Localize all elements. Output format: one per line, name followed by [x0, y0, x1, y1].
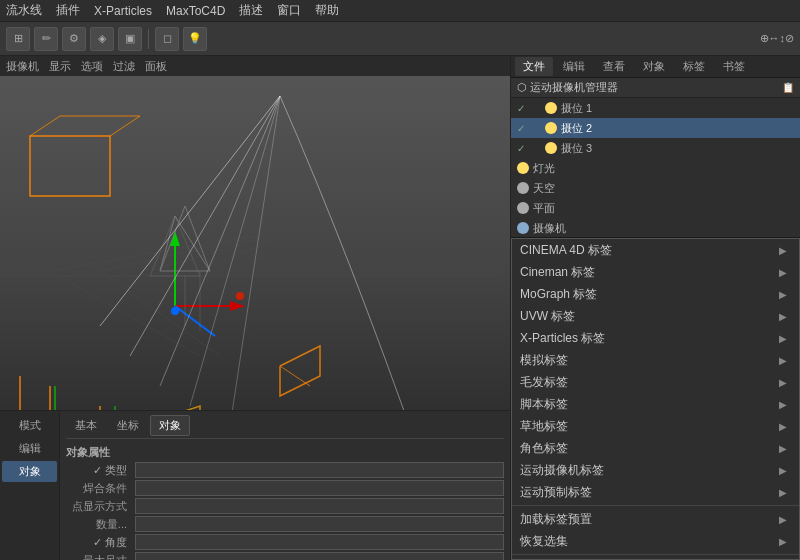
prop-row-pointdisplay: 点显示方式	[66, 497, 504, 515]
vp-display[interactable]: 显示	[49, 59, 71, 74]
prop-weld-label: 焊合条件	[66, 481, 131, 496]
obj-item-4[interactable]: 天空	[511, 178, 800, 198]
tab-tag[interactable]: 标签	[675, 57, 713, 76]
prop-row-maxsize: 最大尺寸	[66, 551, 504, 560]
vp-camera[interactable]: 摄像机	[6, 59, 39, 74]
obj-item-3[interactable]: 灯光	[511, 158, 800, 178]
prop-angle-value[interactable]	[135, 534, 504, 550]
prop-row-weld: 焊合条件	[66, 479, 504, 497]
vp-panel[interactable]: 面板	[145, 59, 167, 74]
toolbar-separator-1	[148, 29, 149, 49]
menu-load-tag-preset[interactable]: 加载标签预置 ▶	[512, 508, 799, 530]
attr-tab-coord[interactable]: 坐标	[108, 415, 148, 436]
menu-item-describe[interactable]: 描述	[239, 2, 263, 19]
svg-point-19	[171, 307, 179, 315]
obj-manager-title: ⬡ 运动摄像机管理器	[517, 80, 618, 95]
menu-sim-tags[interactable]: 模拟标签 ▶	[512, 349, 799, 371]
tab-file[interactable]: 文件	[515, 57, 553, 76]
tab-object[interactable]: 对象	[635, 57, 673, 76]
menu-xparticles-tags[interactable]: X-Particles 标签 ▶	[512, 327, 799, 349]
tab-edit[interactable]: 编辑	[555, 57, 593, 76]
prop-type-label: ✓ 类型	[66, 463, 131, 478]
tab-bookmark[interactable]: 书签	[715, 57, 753, 76]
menu-uvw-tags[interactable]: UVW 标签 ▶	[512, 305, 799, 327]
context-menu-area: CINEMA 4D 标签 ▶ Cineman 标签 ▶ MoGraph 标签 ▶…	[511, 238, 800, 560]
tool-move[interactable]: ⊞	[6, 27, 30, 51]
obj-icon-plane	[517, 202, 529, 214]
prop-header-label: 对象属性	[66, 445, 110, 460]
prop-weld-value[interactable]	[135, 480, 504, 496]
tool-light[interactable]: 💡	[183, 27, 207, 51]
menu-item-xparticles[interactable]: X-Particles	[94, 4, 152, 18]
prop-maxsize-value[interactable]	[135, 552, 504, 560]
tool-select[interactable]: ◈	[90, 27, 114, 51]
menu-sep-2	[512, 554, 799, 555]
prop-count-label: 数量...	[66, 517, 131, 532]
top-menubar: 流水线 插件 X-Particles MaxToC4D 描述 窗口 帮助	[0, 0, 800, 22]
menu-item-plugins[interactable]: 插件	[56, 2, 80, 19]
attr-tabs: 基本 坐标 对象	[66, 415, 504, 439]
prop-row-count: 数量...	[66, 515, 504, 533]
bottom-tab-edit[interactable]: 编辑	[2, 438, 57, 459]
menu-item-pipeline[interactable]: 流水线	[6, 2, 42, 19]
prop-angle-label: ✓ 角度	[66, 535, 131, 550]
menu-grass-tags[interactable]: 草地标签 ▶	[512, 415, 799, 437]
bottom-tab-mode[interactable]: 模式	[2, 415, 57, 436]
menu-hair-tags[interactable]: 毛发标签 ▶	[512, 371, 799, 393]
prop-row-type: ✓ 类型	[66, 461, 504, 479]
bottom-panel: 模式 编辑 对象 基本 坐标 对象 对象属性 ✓ 类型 焊合条件 点显示方式 数…	[0, 410, 510, 560]
menu-item-help[interactable]: 帮助	[315, 2, 339, 19]
obj-item-2[interactable]: ✓ 摄位 3	[511, 138, 800, 158]
prop-row-angle: ✓ 角度	[66, 533, 504, 551]
tool-scale[interactable]: ⚙	[62, 27, 86, 51]
menu-cinema4d-tags[interactable]: CINEMA 4D 标签 ▶	[512, 239, 799, 261]
tool-render[interactable]: ▣	[118, 27, 142, 51]
menu-mograph-tags[interactable]: MoGraph 标签 ▶	[512, 283, 799, 305]
svg-point-20	[236, 292, 244, 300]
obj-icon-sky	[517, 182, 529, 194]
object-manager-header: ⬡ 运动摄像机管理器 📋	[511, 78, 800, 98]
obj-item-0[interactable]: ✓ 摄位 1	[511, 98, 800, 118]
bottom-main-content: 基本 坐标 对象 对象属性 ✓ 类型 焊合条件 点显示方式 数量... ✓ 角度	[60, 411, 510, 560]
bottom-left-tabs: 模式 编辑 对象	[0, 411, 60, 560]
bottom-tab-object[interactable]: 对象	[2, 461, 57, 482]
obj-icon-cam	[517, 222, 529, 234]
prop-count-value[interactable]	[135, 516, 504, 532]
object-manager: ⬡ 运动摄像机管理器 📋 ✓ 摄位 1 ✓ 摄位 2 ✓ 摄位 3	[511, 78, 800, 238]
menu-cineman-tags[interactable]: Cineman 标签 ▶	[512, 261, 799, 283]
prop-type-value[interactable]	[135, 462, 504, 478]
obj-item-5[interactable]: 平面	[511, 198, 800, 218]
right-panel: 文件 编辑 查看 对象 标签 书签 ⬡ 运动摄像机管理器 📋 ✓ 摄位 1 ✓	[510, 56, 800, 560]
menu-char-tags[interactable]: 角色标签 ▶	[512, 437, 799, 459]
context-menu: CINEMA 4D 标签 ▶ Cineman 标签 ▶ MoGraph 标签 ▶…	[511, 238, 800, 560]
menu-item-maxtoc4d[interactable]: MaxToC4D	[166, 4, 225, 18]
prop-maxsize-label: 最大尺寸	[66, 553, 131, 561]
right-panel-tabs: 文件 编辑 查看 对象 标签 书签	[511, 56, 800, 78]
attr-tab-basic[interactable]: 基本	[66, 415, 106, 436]
menu-script-tags[interactable]: 脚本标签 ▶	[512, 393, 799, 415]
obj-manager-icon: 📋	[782, 82, 794, 93]
menu-item-window[interactable]: 窗口	[277, 2, 301, 19]
vp-filter[interactable]: 过滤	[113, 59, 135, 74]
viewport-nav-icons: ⊕↔↕⊘	[760, 32, 795, 45]
obj-item-1[interactable]: ✓ 摄位 2	[511, 118, 800, 138]
tool-object[interactable]: ◻	[155, 27, 179, 51]
menu-motion-cam-tags[interactable]: 运动摄像机标签 ▶	[512, 459, 799, 481]
prop-point-value[interactable]	[135, 498, 504, 514]
toolbar: ⊞ ✏ ⚙ ◈ ▣ ◻ 💡 ⊕↔↕⊘	[0, 22, 800, 56]
attr-tab-object[interactable]: 对象	[150, 415, 190, 436]
menu-sep-1	[512, 505, 799, 506]
vp-options[interactable]: 选项	[81, 59, 103, 74]
obj-icon-light	[517, 162, 529, 174]
tool-rotate[interactable]: ✏	[34, 27, 58, 51]
tab-view[interactable]: 查看	[595, 57, 633, 76]
obj-item-6[interactable]: 摄像机	[511, 218, 800, 238]
prop-point-label: 点显示方式	[66, 499, 131, 514]
viewport-header: 摄像机 显示 选项 过滤 面板	[0, 56, 510, 76]
prop-row-header: 对象属性	[66, 443, 504, 461]
menu-restore-selection[interactable]: 恢复选集 ▶	[512, 530, 799, 552]
menu-motion-preset-tags[interactable]: 运动预制标签 ▶	[512, 481, 799, 503]
